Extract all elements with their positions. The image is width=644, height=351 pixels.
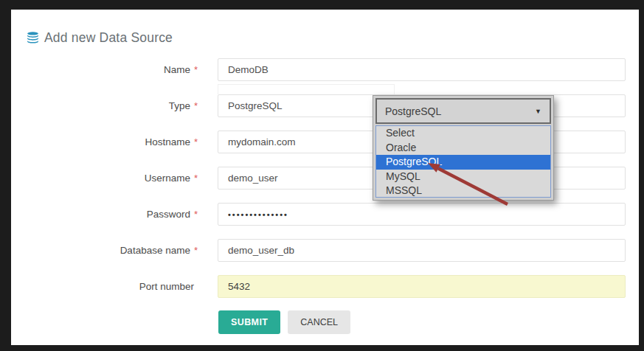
option-mssql[interactable]: MSSQL [376,184,550,198]
submit-button[interactable]: SUBMIT [218,310,280,334]
required-marker: * [194,100,198,111]
type-select-dropdown[interactable]: PostgreSQL ▼ [375,98,551,124]
required-marker: * [194,245,198,256]
port-number-field-row: Port number [11,275,639,298]
password-field-row: Password* [11,203,639,226]
option-oracle[interactable]: Oracle [376,141,550,156]
chevron-down-icon: ▼ [535,108,541,115]
database-name-label: Database name* [11,239,198,262]
username-label: Username* [11,167,198,190]
required-marker: * [194,64,198,75]
cancel-button[interactable]: CANCEL [288,310,350,334]
page-header: Add new Data Source [27,27,173,48]
name-label: Name* [11,58,198,81]
add-data-source-panel: Add new Data Source Name* Type* Hostname… [11,10,639,345]
password-input[interactable] [218,203,626,226]
required-marker: * [194,209,198,220]
option-select[interactable]: Select [376,126,550,141]
database-name-input[interactable] [218,239,626,262]
name-input[interactable] [218,58,626,81]
type-select-value: PostgreSQL [385,105,441,117]
type-dropdown-overlay: PostgreSQL ▼ Select Oracle PostgreSQL My… [373,95,554,201]
select-ghost-outline [218,84,395,94]
database-icon [27,32,39,44]
database-name-field-row: Database name* [11,239,639,262]
required-marker: * [194,136,198,147]
option-postgresql[interactable]: PostgreSQL [376,155,550,170]
required-marker: * [194,173,198,184]
port-number-label: Port number [11,275,198,298]
page-title: Add new Data Source [44,30,173,46]
type-options-list: Select Oracle PostgreSQL MySQL MSSQL [375,125,551,198]
form-actions: SUBMIT CANCEL [218,310,350,334]
password-label: Password* [11,203,198,226]
name-field-row: Name* [11,58,639,81]
hostname-label: Hostname* [11,131,198,153]
port-number-input[interactable] [218,275,626,298]
type-label: Type* [11,94,198,117]
option-mysql[interactable]: MySQL [376,170,550,184]
